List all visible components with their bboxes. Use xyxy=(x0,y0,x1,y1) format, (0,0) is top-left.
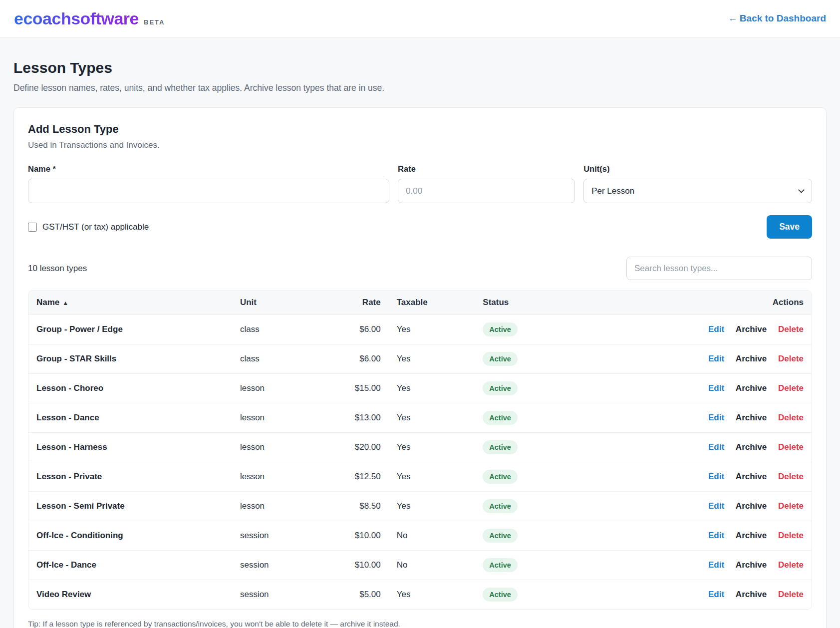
table-row: Group - Power / Edge class $6.00 Yes Act… xyxy=(28,315,812,344)
rate-field-group: Rate xyxy=(398,164,575,203)
lesson-status-cell: Active xyxy=(475,462,655,492)
delete-link[interactable]: Delete xyxy=(778,413,804,422)
status-badge: Active xyxy=(483,470,518,484)
delete-link[interactable]: Delete xyxy=(778,442,804,452)
lesson-taxable-cell: Yes xyxy=(389,433,475,462)
tax-checkbox-row[interactable]: GST/HST (or tax) applicable xyxy=(28,222,149,232)
column-header-unit[interactable]: Unit xyxy=(232,291,342,315)
add-lesson-form: Name * Rate Unit(s) Per Lesson xyxy=(28,164,812,203)
lesson-unit-cell: session xyxy=(232,580,342,610)
name-label: Name * xyxy=(28,164,389,174)
edit-link[interactable]: Edit xyxy=(708,324,724,334)
lesson-unit-cell: lesson xyxy=(232,433,342,462)
lesson-rate-cell: $8.50 xyxy=(342,492,389,521)
edit-link[interactable]: Edit xyxy=(708,560,724,570)
archive-link[interactable]: Archive xyxy=(736,354,767,363)
lesson-unit-cell: session xyxy=(232,551,342,580)
archive-link[interactable]: Archive xyxy=(736,442,767,452)
beta-badge: BETA xyxy=(144,18,165,26)
form-footer: GST/HST (or tax) applicable Save xyxy=(28,215,812,239)
archive-link[interactable]: Archive xyxy=(736,501,767,511)
lesson-status-cell: Active xyxy=(475,374,655,403)
lesson-actions-cell: Edit Archive Delete xyxy=(655,374,812,403)
lesson-name-cell: Video Review xyxy=(28,580,232,610)
archive-link[interactable]: Archive xyxy=(736,324,767,334)
archive-link[interactable]: Archive xyxy=(736,383,767,393)
lesson-actions-cell: Edit Archive Delete xyxy=(655,344,812,374)
back-to-dashboard-link[interactable]: ←Back to Dashboard xyxy=(728,13,826,24)
table-row: Lesson - Dance lesson $13.00 Yes Active … xyxy=(28,403,812,433)
lesson-name-cell: Lesson - Private xyxy=(28,462,232,492)
lesson-types-card: Add Lesson Type Used in Transactions and… xyxy=(13,107,827,628)
edit-link[interactable]: Edit xyxy=(708,590,724,599)
delete-link[interactable]: Delete xyxy=(778,383,804,393)
unit-select-wrap: Per Lesson xyxy=(583,179,812,203)
lesson-name-cell: Group - Power / Edge xyxy=(28,315,232,344)
archive-link[interactable]: Archive xyxy=(736,560,767,570)
name-field-group: Name * xyxy=(28,164,389,203)
lesson-rate-cell: $10.00 xyxy=(342,551,389,580)
page-title: Lesson Types xyxy=(13,59,827,76)
status-badge: Active xyxy=(483,440,518,454)
column-header-name[interactable]: Name▲ xyxy=(28,291,232,315)
table-header-row: Name▲ Unit Rate Taxable Status Actions xyxy=(28,291,812,315)
column-header-taxable[interactable]: Taxable xyxy=(389,291,475,315)
table-row: Off-Ice - Conditioning session $10.00 No… xyxy=(28,521,812,551)
search-input[interactable] xyxy=(626,257,812,280)
delete-link[interactable]: Delete xyxy=(778,354,804,363)
save-button[interactable]: Save xyxy=(767,215,812,239)
archive-link[interactable]: Archive xyxy=(736,413,767,422)
left-arrow-icon: ← xyxy=(728,13,738,23)
name-input[interactable] xyxy=(28,179,389,203)
table-row: Video Review session $5.00 Yes Active Ed… xyxy=(28,580,812,610)
edit-link[interactable]: Edit xyxy=(708,383,724,393)
column-header-status[interactable]: Status xyxy=(475,291,655,315)
lesson-taxable-cell: Yes xyxy=(389,344,475,374)
lesson-taxable-cell: Yes xyxy=(389,580,475,610)
lesson-rate-cell: $6.00 xyxy=(342,344,389,374)
column-header-rate[interactable]: Rate xyxy=(342,291,389,315)
lesson-name-cell: Off-Ice - Dance xyxy=(28,551,232,580)
tip-text: Tip: If a lesson type is referenced by t… xyxy=(28,620,812,628)
edit-link[interactable]: Edit xyxy=(708,354,724,363)
unit-label: Unit(s) xyxy=(583,164,812,174)
lesson-rate-cell: $10.00 xyxy=(342,521,389,551)
lesson-actions-cell: Edit Archive Delete xyxy=(655,551,812,580)
table-row: Lesson - Harness lesson $20.00 Yes Activ… xyxy=(28,433,812,462)
lesson-status-cell: Active xyxy=(475,344,655,374)
delete-link[interactable]: Delete xyxy=(778,472,804,481)
delete-link[interactable]: Delete xyxy=(778,560,804,570)
lesson-actions-cell: Edit Archive Delete xyxy=(655,521,812,551)
lesson-taxable-cell: Yes xyxy=(389,374,475,403)
delete-link[interactable]: Delete xyxy=(778,590,804,599)
delete-link[interactable]: Delete xyxy=(778,531,804,540)
lesson-count: 10 lesson types xyxy=(28,264,87,274)
lesson-actions-cell: Edit Archive Delete xyxy=(655,315,812,344)
sort-asc-icon: ▲ xyxy=(62,300,68,307)
lesson-types-table-wrap: Name▲ Unit Rate Taxable Status Actions G… xyxy=(28,290,812,610)
archive-link[interactable]: Archive xyxy=(736,531,767,540)
edit-link[interactable]: Edit xyxy=(708,413,724,422)
unit-select[interactable]: Per Lesson xyxy=(583,179,812,203)
lesson-status-cell: Active xyxy=(475,403,655,433)
status-badge: Active xyxy=(483,381,518,395)
lesson-status-cell: Active xyxy=(475,492,655,521)
edit-link[interactable]: Edit xyxy=(708,501,724,511)
archive-link[interactable]: Archive xyxy=(736,590,767,599)
edit-link[interactable]: Edit xyxy=(708,472,724,481)
lesson-taxable-cell: No xyxy=(389,521,475,551)
rate-input[interactable] xyxy=(398,179,575,203)
top-header: ecoachsoftware BETA ←Back to Dashboard xyxy=(0,0,840,37)
archive-link[interactable]: Archive xyxy=(736,472,767,481)
lesson-name-cell: Lesson - Harness xyxy=(28,433,232,462)
edit-link[interactable]: Edit xyxy=(708,531,724,540)
lesson-status-cell: Active xyxy=(475,521,655,551)
back-link-label: Back to Dashboard xyxy=(740,13,826,23)
tax-checkbox[interactable] xyxy=(28,223,37,232)
delete-link[interactable]: Delete xyxy=(778,501,804,511)
delete-link[interactable]: Delete xyxy=(778,324,804,334)
edit-link[interactable]: Edit xyxy=(708,442,724,452)
status-badge: Active xyxy=(483,558,518,572)
app-logo: ecoachsoftware xyxy=(14,9,139,28)
unit-field-group: Unit(s) Per Lesson xyxy=(583,164,812,203)
